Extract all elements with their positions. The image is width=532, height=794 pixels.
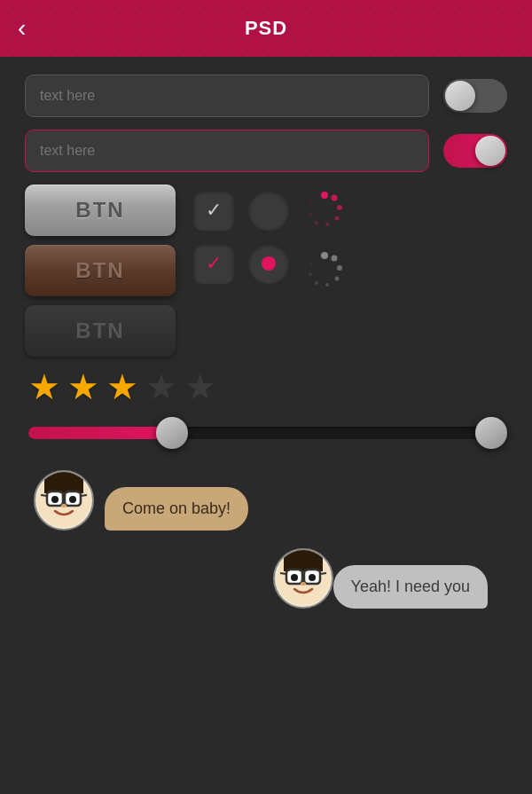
btn-silver[interactable]: BTN (25, 185, 176, 236)
chat-text-1: Come on baby! (122, 499, 231, 517)
avatar-1 (34, 470, 94, 531)
check-row-2: ✓ (193, 243, 289, 284)
chat-section: Come on baby! Yeah! I need you (25, 470, 507, 609)
checkmark-1: ✓ (206, 199, 222, 222)
slider-track (28, 427, 507, 439)
check-row-1: ✓ (193, 190, 289, 231)
page-title: PSD (245, 17, 287, 40)
star-2[interactable]: ★ (67, 369, 99, 405)
controls-main: BTN BTN BTN ✓ ✓ (25, 185, 507, 357)
checkmark-2: ✓ (206, 252, 222, 275)
text-input-1[interactable] (25, 75, 429, 117)
radio-dot-1 (262, 203, 276, 217)
toggle-1[interactable] (443, 79, 507, 113)
svg-point-10 (337, 265, 342, 271)
radio-dot-2 (262, 256, 276, 271)
spinner-1 (305, 190, 344, 232)
radio-1[interactable] (248, 190, 289, 231)
btn-brown[interactable]: BTN (25, 245, 176, 296)
svg-point-13 (315, 281, 318, 285)
slider-thumb-right[interactable] (475, 417, 507, 449)
slider-thumb-left[interactable] (156, 417, 188, 449)
toggle-knob-2 (475, 136, 505, 166)
star-5[interactable]: ★ (184, 369, 216, 405)
chat-bubble-2: Yeah! I need you (333, 565, 488, 609)
toggle-2[interactable] (443, 134, 507, 168)
svg-point-44 (309, 574, 316, 581)
svg-point-0 (321, 192, 328, 199)
svg-point-19 (36, 496, 45, 508)
svg-point-20 (82, 496, 91, 508)
text-input-2[interactable] (25, 130, 429, 172)
svg-line-26 (41, 495, 47, 496)
svg-point-29 (69, 496, 76, 503)
slider[interactable] (28, 417, 507, 449)
checkbox-1[interactable]: ✓ (193, 190, 234, 231)
svg-point-8 (321, 252, 328, 259)
avatar-face-2 (275, 550, 332, 607)
buttons-column: BTN BTN BTN (25, 185, 176, 357)
chat-message-1: Come on baby! (34, 470, 498, 531)
svg-point-12 (325, 283, 329, 287)
svg-point-35 (322, 574, 331, 586)
btn-dark[interactable]: BTN (25, 305, 176, 357)
header: ‹ PSD (0, 0, 532, 57)
star-3[interactable]: ★ (106, 369, 138, 405)
svg-point-14 (309, 272, 312, 276)
svg-point-3 (335, 216, 340, 221)
svg-point-11 (335, 277, 340, 281)
field-row-2 (25, 130, 507, 172)
avatar-2 (273, 548, 333, 609)
svg-point-4 (325, 223, 329, 226)
svg-point-5 (315, 221, 318, 224)
star-4[interactable]: ★ (145, 369, 177, 405)
svg-point-45 (301, 582, 306, 586)
svg-line-41 (280, 573, 286, 574)
back-button[interactable]: ‹ (18, 14, 26, 43)
spinners-column (305, 190, 344, 293)
svg-point-9 (332, 255, 338, 262)
svg-point-6 (309, 212, 312, 216)
slider-fill (28, 427, 172, 439)
checkbox-2[interactable]: ✓ (193, 243, 234, 284)
radio-2[interactable] (248, 243, 289, 284)
spinner-2 (305, 250, 344, 293)
svg-line-27 (81, 495, 87, 496)
chat-text-2: Yeah! I need you (351, 578, 470, 595)
content-area: BTN BTN BTN ✓ ✓ (0, 57, 532, 644)
toggle-knob-1 (445, 81, 475, 111)
svg-point-7 (309, 201, 313, 205)
checks-radios: ✓ ✓ (193, 190, 289, 284)
field-row-1 (25, 75, 507, 117)
svg-point-28 (51, 496, 59, 503)
chat-message-2: Yeah! I need you (34, 548, 498, 609)
avatar-face-1 (35, 472, 92, 529)
chat-bubble-1: Come on baby! (105, 487, 248, 531)
svg-line-42 (320, 573, 326, 574)
svg-point-2 (337, 205, 342, 210)
svg-point-30 (61, 504, 66, 507)
svg-point-1 (332, 195, 338, 201)
svg-point-43 (291, 574, 298, 581)
stars-row: ★ ★ ★ ★ ★ (28, 369, 507, 405)
svg-point-34 (276, 574, 285, 586)
star-1[interactable]: ★ (28, 369, 60, 405)
svg-point-15 (309, 262, 313, 265)
